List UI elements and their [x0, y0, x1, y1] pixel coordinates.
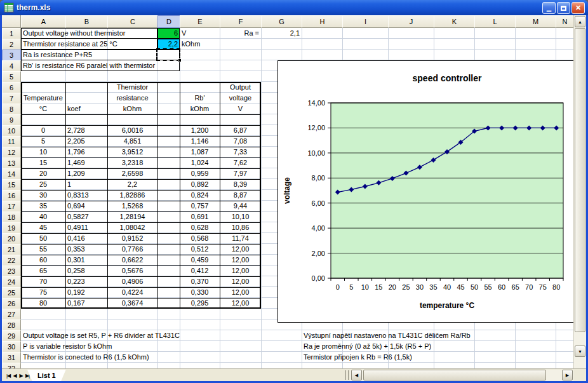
cell-E25[interactable]: 0,330: [180, 287, 220, 298]
cell-A16[interactable]: 30: [21, 190, 65, 201]
scroll-down-button[interactable]: ▼: [575, 346, 585, 357]
cell-B17[interactable]: 0,694: [67, 201, 85, 212]
cell-B19[interactable]: 0,4911: [67, 222, 88, 233]
row-header-17[interactable]: 17: [2, 201, 21, 212]
cell-A24[interactable]: 70: [21, 276, 65, 287]
cell-B25[interactable]: 0,192: [67, 287, 85, 298]
cell-A21[interactable]: 55: [21, 244, 65, 255]
cell-E23[interactable]: 0,412: [180, 265, 220, 276]
row-header-28[interactable]: 28: [2, 319, 21, 331]
cell-B21[interactable]: 0,353: [67, 244, 85, 255]
cell-E2[interactable]: kOhm: [182, 39, 200, 50]
cell-A25[interactable]: 75: [21, 287, 65, 298]
cell-C7[interactable]: resistance: [107, 93, 157, 104]
column-header-C[interactable]: C: [107, 15, 158, 28]
cell-D1[interactable]: 6: [157, 28, 180, 39]
cell-C6[interactable]: Thernistor: [107, 82, 157, 93]
cell-A11[interactable]: 5: [21, 136, 65, 147]
cell-A1[interactable]: Output voltage without thermistor: [23, 28, 159, 39]
cell-C25[interactable]: 0,4224: [107, 287, 157, 298]
row-header-14[interactable]: 14: [2, 168, 21, 180]
column-header-M[interactable]: M: [515, 15, 556, 28]
cell-C12[interactable]: 3,9512: [107, 147, 157, 158]
row-header-27[interactable]: 27: [2, 309, 21, 320]
row-header-8[interactable]: 8: [2, 104, 21, 115]
column-header-K[interactable]: K: [434, 15, 475, 28]
row-header-18[interactable]: 18: [2, 212, 21, 223]
column-header-J[interactable]: J: [388, 15, 434, 28]
cell-B18[interactable]: 0,5827: [67, 212, 89, 222]
row-header-29[interactable]: 29: [2, 330, 21, 342]
column-header-D[interactable]: D: [157, 15, 180, 28]
row-header-11[interactable]: 11: [2, 136, 21, 147]
column-header-N[interactable]: N: [556, 15, 574, 28]
scroll-left-button[interactable]: ◀: [351, 370, 362, 380]
cell-C17[interactable]: 1,5268: [107, 201, 157, 212]
cell-C15[interactable]: 2,2: [107, 179, 157, 190]
column-header-B[interactable]: B: [65, 15, 108, 28]
row-header-20[interactable]: 20: [2, 233, 21, 245]
column-header-G[interactable]: G: [261, 15, 302, 28]
column-header-L[interactable]: L: [474, 15, 516, 28]
cell-C22[interactable]: 0,6622: [107, 255, 157, 265]
row-header-21[interactable]: 21: [2, 244, 21, 255]
row-header-13[interactable]: 13: [2, 158, 21, 169]
cell-B11[interactable]: 2,205: [67, 136, 85, 147]
cell-B10[interactable]: 2,728: [67, 125, 85, 136]
cell-F20[interactable]: 11,74: [220, 233, 261, 244]
cell-A2[interactable]: Thermistor resistance at 25 °C: [23, 39, 159, 50]
cell-E21[interactable]: 0,512: [180, 244, 220, 255]
cell-B20[interactable]: 0,416: [67, 233, 85, 244]
cell-B13[interactable]: 1,469: [67, 158, 85, 168]
cell-F13[interactable]: 7,62: [220, 158, 261, 168]
cell-C19[interactable]: 1,08042: [107, 222, 157, 233]
cell-E19[interactable]: 0,628: [180, 222, 220, 233]
row-header-15[interactable]: 15: [2, 179, 21, 191]
row-header-30[interactable]: 30: [2, 341, 21, 353]
cell-A7[interactable]: Temperature: [21, 93, 65, 104]
cell-A18[interactable]: 40: [21, 212, 65, 222]
cell-F21[interactable]: 12,00: [220, 244, 261, 255]
cell-E26[interactable]: 0,295: [180, 298, 220, 309]
cell-C20[interactable]: 0,9152: [107, 233, 157, 244]
cell-E15[interactable]: 0,892: [180, 179, 220, 190]
cell-E17[interactable]: 0,757: [180, 201, 220, 212]
cell-H29[interactable]: Výstupní napětí nastaveno na TL431C děli…: [304, 330, 519, 341]
cell-A4[interactable]: Rb' is resistance R6 paralel with thermi…: [23, 60, 182, 71]
row-header-2[interactable]: 2: [2, 39, 21, 50]
select-all-corner[interactable]: [2, 15, 21, 28]
speed-controller-chart[interactable]: 0,002,004,006,008,0010,0012,0014,0005101…: [277, 60, 575, 323]
row-header-19[interactable]: 19: [2, 222, 21, 234]
cell-B15[interactable]: 1: [67, 179, 71, 190]
cell-C14[interactable]: 2,6598: [107, 168, 157, 179]
row-header-1[interactable]: 1: [2, 28, 21, 39]
cell-F17[interactable]: 9,44: [220, 201, 261, 212]
cell-C11[interactable]: 4,851: [107, 136, 157, 147]
cell-A23[interactable]: 65: [21, 265, 65, 276]
cell-F22[interactable]: 12,00: [220, 255, 261, 265]
cell-A8[interactable]: °C: [21, 104, 65, 114]
cell-F16[interactable]: 8,87: [220, 190, 261, 201]
cell-F14[interactable]: 7,97: [220, 168, 261, 179]
cell-B22[interactable]: 0,301: [67, 255, 85, 265]
column-header-A[interactable]: A: [21, 15, 66, 28]
cell-A22[interactable]: 60: [21, 255, 65, 265]
cell-C18[interactable]: 1,28194: [107, 212, 157, 222]
row-header-23[interactable]: 23: [2, 265, 21, 277]
cell-E7[interactable]: Rb': [180, 93, 220, 104]
cell-F15[interactable]: 8,39: [220, 179, 261, 190]
cell-B23[interactable]: 0,258: [67, 265, 85, 276]
tab-splitter-handle[interactable]: [345, 370, 349, 380]
cell-C26[interactable]: 0,3674: [107, 298, 157, 309]
cell-E24[interactable]: 0,370: [180, 276, 220, 287]
cell-E10[interactable]: 1,200: [180, 125, 220, 136]
row-header-10[interactable]: 10: [2, 125, 21, 137]
row-header-22[interactable]: 22: [2, 255, 21, 266]
cell-C21[interactable]: 0,7766: [107, 244, 157, 255]
row-header-7[interactable]: 7: [2, 93, 21, 104]
cell-G1[interactable]: 2,1: [261, 28, 302, 39]
cell-F6[interactable]: Output: [220, 82, 261, 93]
cell-E11[interactable]: 1,146: [180, 136, 220, 147]
cell-F12[interactable]: 7,33: [220, 147, 261, 158]
cell-E12[interactable]: 1,087: [180, 147, 220, 158]
